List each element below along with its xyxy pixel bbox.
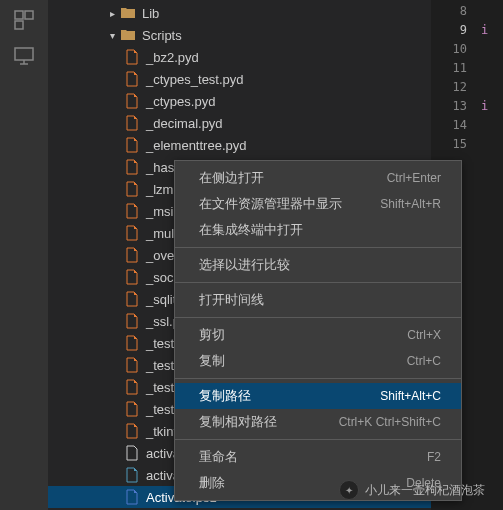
line-number: 13: [431, 99, 479, 118]
file-label: _ctypes_test.pyd: [146, 72, 244, 87]
line-number: 9: [431, 23, 479, 42]
file-icon: [124, 71, 140, 87]
line-number: 10: [431, 42, 479, 61]
menu-label: 在侧边打开: [199, 170, 264, 187]
code-token: [479, 80, 503, 99]
code-token: [479, 42, 503, 61]
file-icon: [124, 335, 140, 351]
line-number: 11: [431, 61, 479, 80]
menu-label: 在集成终端中打开: [199, 222, 303, 239]
code-token: i: [479, 23, 503, 42]
menu-label: 选择以进行比较: [199, 257, 290, 274]
menu-item[interactable]: 复制路径Shift+Alt+C: [175, 383, 461, 409]
file-item[interactable]: _ctypes_test.pyd: [48, 68, 431, 90]
editor-area[interactable]: ii: [479, 0, 503, 510]
file-label: _elementtree.pyd: [146, 138, 246, 153]
file-icon: [124, 93, 140, 109]
file-icon: [124, 225, 140, 241]
menu-label: 剪切: [199, 327, 225, 344]
watermark: ✦ 小儿来一壶枸杞酒泡茶: [339, 480, 485, 500]
menu-label: 删除: [199, 475, 225, 492]
menu-label: 复制路径: [199, 388, 251, 405]
menu-item[interactable]: 在文件资源管理器中显示Shift+Alt+R: [175, 191, 461, 217]
file-icon: [124, 181, 140, 197]
menu-label: 在文件资源管理器中显示: [199, 196, 342, 213]
folder-lib[interactable]: ▸Lib: [48, 2, 431, 24]
file-icon: [124, 291, 140, 307]
menu-shortcut: Ctrl+C: [407, 354, 441, 368]
menu-separator: [175, 378, 461, 379]
menu-item[interactable]: 在集成终端中打开: [175, 217, 461, 243]
code-token: [479, 61, 503, 80]
folder-label: Scripts: [142, 28, 182, 43]
twisty-icon: ▾: [104, 30, 120, 41]
remote-icon[interactable]: [12, 44, 36, 68]
file-icon: [124, 269, 140, 285]
menu-shortcut: F2: [427, 450, 441, 464]
file-icon: [124, 423, 140, 439]
line-number: 8: [431, 4, 479, 23]
folder-icon: [120, 5, 136, 21]
menu-label: 复制: [199, 353, 225, 370]
menu-item[interactable]: 剪切Ctrl+X: [175, 322, 461, 348]
svg-rect-0: [15, 11, 23, 19]
file-icon: [124, 159, 140, 175]
file-icon: [124, 203, 140, 219]
menu-shortcut: Shift+Alt+R: [380, 197, 441, 211]
menu-item[interactable]: 选择以进行比较: [175, 252, 461, 278]
menu-label: 重命名: [199, 449, 238, 466]
extensions-icon[interactable]: [12, 8, 36, 32]
watermark-text: 小儿来一壶枸杞酒泡茶: [365, 482, 485, 499]
line-number: 15: [431, 137, 479, 156]
code-token: [479, 137, 503, 156]
file-icon: [124, 467, 140, 483]
file-item[interactable]: _ctypes.pyd: [48, 90, 431, 112]
line-number: 12: [431, 80, 479, 99]
menu-label: 打开时间线: [199, 292, 264, 309]
file-label: _decimal.pyd: [146, 116, 223, 131]
menu-item[interactable]: 复制Ctrl+C: [175, 348, 461, 374]
twisty-icon: ▸: [104, 8, 120, 19]
file-icon: [124, 401, 140, 417]
menu-separator: [175, 439, 461, 440]
menu-separator: [175, 317, 461, 318]
file-icon: [124, 313, 140, 329]
file-icon: [124, 137, 140, 153]
code-token: i: [479, 99, 503, 118]
menu-item[interactable]: 复制相对路径Ctrl+K Ctrl+Shift+C: [175, 409, 461, 435]
menu-item[interactable]: 重命名F2: [175, 444, 461, 470]
menu-shortcut: Ctrl+K Ctrl+Shift+C: [339, 415, 441, 429]
file-label: _bz2.pyd: [146, 50, 199, 65]
menu-label: 复制相对路径: [199, 414, 277, 431]
file-icon: [124, 489, 140, 505]
folder-label: Lib: [142, 6, 159, 21]
file-item[interactable]: _decimal.pyd: [48, 112, 431, 134]
svg-rect-1: [25, 11, 33, 19]
menu-shortcut: Ctrl+X: [407, 328, 441, 342]
activity-bar: [0, 0, 48, 510]
code-token: [479, 118, 503, 137]
menu-shortcut: Ctrl+Enter: [387, 171, 441, 185]
svg-rect-3: [15, 48, 33, 60]
context-menu: 在侧边打开Ctrl+Enter在文件资源管理器中显示Shift+Alt+R在集成…: [174, 160, 462, 501]
menu-separator: [175, 282, 461, 283]
file-icon: [124, 445, 140, 461]
file-icon: [124, 357, 140, 373]
file-icon: [124, 379, 140, 395]
code-token: [479, 4, 503, 23]
svg-rect-2: [15, 21, 23, 29]
menu-item[interactable]: 打开时间线: [175, 287, 461, 313]
menu-shortcut: Shift+Alt+C: [380, 389, 441, 403]
wechat-icon: ✦: [339, 480, 359, 500]
file-icon: [124, 49, 140, 65]
folder-scripts[interactable]: ▾Scripts: [48, 24, 431, 46]
file-label: _ctypes.pyd: [146, 94, 215, 109]
menu-separator: [175, 247, 461, 248]
file-item[interactable]: _elementtree.pyd: [48, 134, 431, 156]
file-icon: [124, 247, 140, 263]
folder-icon: [120, 27, 136, 43]
line-number: 14: [431, 118, 479, 137]
menu-item[interactable]: 在侧边打开Ctrl+Enter: [175, 165, 461, 191]
file-item[interactable]: _bz2.pyd: [48, 46, 431, 68]
file-icon: [124, 115, 140, 131]
